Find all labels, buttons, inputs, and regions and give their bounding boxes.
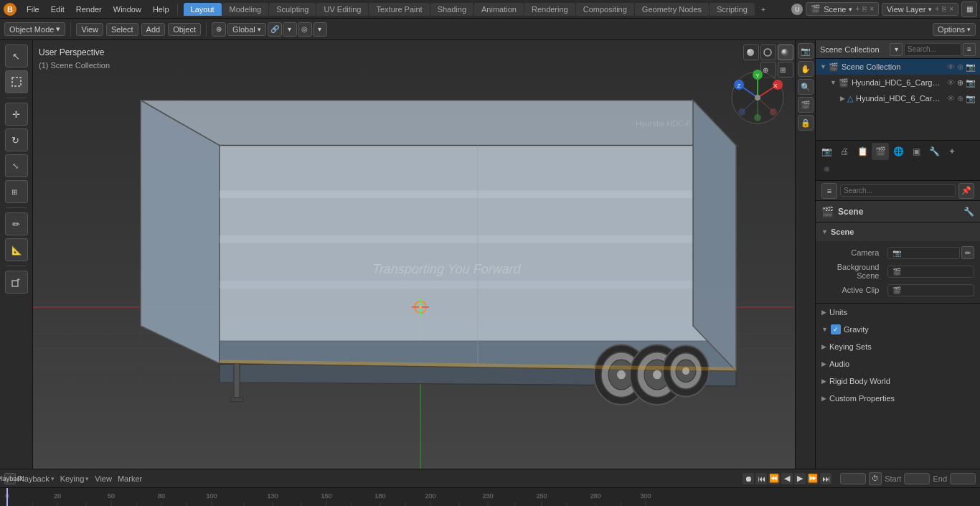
workspace-shading[interactable]: Shading <box>430 3 473 16</box>
workspace-compositing[interactable]: Compositing <box>576 3 634 16</box>
view-label-tl[interactable]: View <box>95 474 112 483</box>
transform-orientation[interactable]: Global ▾ <box>227 23 266 36</box>
custom-properties-header[interactable]: ▶ Custom Properties <box>816 390 980 407</box>
scene-remove-icon[interactable]: × <box>870 5 874 13</box>
playback-label[interactable]: Playback <box>17 474 50 483</box>
jump-start-btn[interactable]: ⏮ <box>755 473 767 484</box>
workspace-texture-paint[interactable]: Texture Paint <box>369 3 429 16</box>
mesh-visibility-icon[interactable]: 👁 <box>947 94 955 103</box>
prop-tab-modifier[interactable]: 🔧 <box>925 143 943 160</box>
move-tool[interactable]: ✛ <box>5 103 28 126</box>
workspace-geometry-nodes[interactable]: Geometry Nodes <box>635 3 709 16</box>
menu-edit[interactable]: Edit <box>46 4 70 15</box>
current-frame-input[interactable]: 1 <box>840 473 866 484</box>
menu-file[interactable]: File <box>22 4 44 15</box>
viewport-shading-solid[interactable] <box>743 44 759 60</box>
prop-tab-output[interactable]: 🖨 <box>836 143 853 160</box>
zoom-btn[interactable]: 🔍 <box>798 79 814 95</box>
visibility-icon[interactable]: 👁 <box>947 62 955 72</box>
truck-render-icon[interactable]: 📷 <box>966 78 976 88</box>
workspace-modeling[interactable]: Modeling <box>222 3 269 16</box>
start-frame-input[interactable]: 1 <box>904 473 930 484</box>
workspace-rendering[interactable]: Rendering <box>524 3 575 16</box>
view-layer-remove[interactable]: × <box>949 5 953 13</box>
outliner-item-truck-mesh[interactable]: ▶ △ Hyundai_HDC_6_Cargo_1 👁 ⊕ 📷 <box>816 90 980 106</box>
outliner-filter-btn[interactable]: ▾ <box>890 43 903 56</box>
viewport-shading-material[interactable] <box>778 44 793 60</box>
end-frame-input[interactable]: 250 <box>950 473 976 484</box>
keying-label[interactable]: Keying <box>60 474 85 483</box>
mesh-select-icon[interactable]: ⊕ <box>957 94 963 103</box>
truck-select-icon[interactable]: ⊕ <box>957 78 963 88</box>
measure-tool[interactable]: 📐 <box>5 238 28 261</box>
scene-copy-icon[interactable]: ⎘ <box>862 5 867 13</box>
navigation-gizmo[interactable]: X Y Z <box>729 69 786 126</box>
gravity-checkbox[interactable]: ✓ <box>831 324 841 334</box>
units-section-header[interactable]: ▶ Units <box>816 304 980 321</box>
frame-timer-btn[interactable]: ⏱ <box>869 472 882 485</box>
outliner-search[interactable] <box>904 43 961 56</box>
camera-render-btn[interactable]: 🎬 <box>798 97 814 113</box>
cursor-tool[interactable]: ↖ <box>5 44 28 67</box>
prop-tab-render[interactable]: 📷 <box>818 143 835 160</box>
active-clip-field[interactable]: 🎬 <box>887 284 974 296</box>
outliner-options-btn[interactable]: ≡ <box>963 43 976 56</box>
jump-end-btn[interactable]: ⏭ <box>820 473 831 484</box>
prop-tab-particles[interactable]: ✦ <box>943 143 961 160</box>
viewport-shading-wireframe[interactable] <box>760 44 776 60</box>
camera-view-btn[interactable]: 📷 <box>798 43 814 59</box>
workspace-uv-editing[interactable]: UV Editing <box>316 3 368 16</box>
outliner-item-truck-root[interactable]: ▼ 🎬 Hyundai_HDC_6_Cargo_Traile 👁 ⊕ 📷 <box>816 75 980 90</box>
record-btn[interactable]: ⏺ <box>743 473 754 484</box>
menu-window[interactable]: Window <box>108 4 146 15</box>
rigid-body-world-header[interactable]: ▶ Rigid Body World <box>816 373 980 390</box>
menu-render[interactable]: Render <box>71 4 107 15</box>
prop-header-icon-btn[interactable]: ≡ <box>821 183 837 199</box>
scene-section-header[interactable]: ▼ Scene <box>816 222 980 241</box>
prop-tab-view-layer[interactable]: 📋 <box>854 143 871 160</box>
workspace-scripting[interactable]: Scripting <box>710 3 755 16</box>
hand-tool-btn[interactable]: ✋ <box>798 61 814 77</box>
menu-help[interactable]: Help <box>148 4 174 15</box>
workspace-animation[interactable]: Animation <box>474 3 524 16</box>
audio-section-header[interactable]: ▶ Audio <box>816 355 980 373</box>
play-btn[interactable]: ▶ <box>794 473 806 484</box>
view-layer-copy[interactable]: ⎘ <box>942 5 946 13</box>
camera-field[interactable]: 📷 <box>887 247 960 259</box>
properties-search[interactable] <box>840 184 956 197</box>
select-menu[interactable]: Select <box>106 23 138 36</box>
prop-tab-object[interactable]: ▣ <box>908 143 925 160</box>
gravity-section-header[interactable]: ▼ ✓ Gravity <box>816 321 980 338</box>
scene-selector[interactable]: 🎬 Scene ▾ + ⎘ × <box>806 2 879 16</box>
mesh-render-icon[interactable]: 📷 <box>966 94 976 103</box>
add-menu[interactable]: Add <box>141 23 166 36</box>
prop-tab-scene[interactable]: 🎬 <box>872 143 889 160</box>
options-btn[interactable]: Options ▾ <box>933 23 976 36</box>
marker-label[interactable]: Marker <box>118 474 142 483</box>
viewport-hide-icon[interactable]: ⊕ <box>957 62 963 72</box>
render-hide-icon[interactable]: 📷 <box>966 62 976 72</box>
transform-tool[interactable]: ⊞ <box>5 180 28 203</box>
background-scene-field[interactable]: 🎬 <box>887 266 974 278</box>
proportional-options-btn[interactable]: ▾ <box>313 22 327 37</box>
scene-prop-wrench[interactable]: 🔧 <box>963 207 974 217</box>
object-menu[interactable]: Object <box>168 23 201 36</box>
keying-sets-section-header[interactable]: ▶ Keying Sets <box>816 338 980 355</box>
scene-add-icon[interactable]: + <box>855 5 859 13</box>
filter-icon[interactable]: ▦ <box>961 1 977 17</box>
outliner-item-collection[interactable]: ▼ 🎬 Scene Collection 👁 ⊕ 📷 <box>816 59 980 75</box>
view-menu[interactable]: View <box>76 23 103 36</box>
annotate-tool[interactable]: ✏ <box>5 212 28 235</box>
camera-edit-btn[interactable]: ✏ <box>961 246 974 259</box>
snap-btn[interactable]: 🔗 <box>268 22 282 37</box>
timeline-ruler[interactable]: 0 20 50 80 100 130 150 180 200 <box>0 488 980 506</box>
select-tool[interactable] <box>5 70 28 93</box>
lock-camera-btn[interactable]: 🔒 <box>798 115 814 131</box>
rotate-tool[interactable]: ↻ <box>5 128 28 151</box>
prop-pin-btn[interactable]: 📌 <box>958 183 974 199</box>
add-cube-tool[interactable]: + <box>5 271 28 294</box>
view-layer-add[interactable]: + <box>935 5 939 13</box>
object-mode-selector[interactable]: Object Mode ▾ <box>4 22 65 36</box>
prop-tab-physics[interactable]: ⚛ <box>818 161 835 178</box>
proportional-edit-btn[interactable]: ◎ <box>298 22 312 37</box>
